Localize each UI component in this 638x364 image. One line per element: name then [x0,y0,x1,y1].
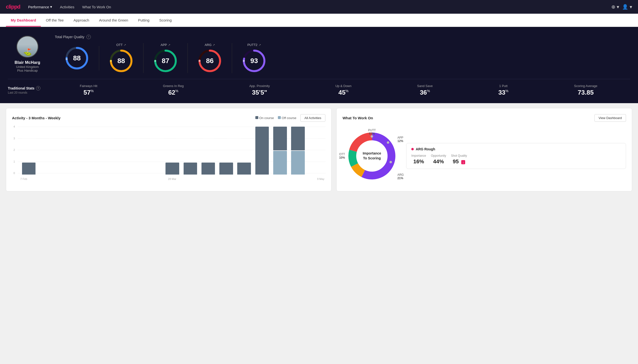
avatar [17,36,39,58]
tab-around-the-green[interactable]: Around the Green [94,14,133,27]
tab-approach[interactable]: Approach [69,14,94,27]
bar-on-course-15 [291,127,305,150]
tab-my-dashboard[interactable]: My Dashboard [6,14,41,27]
logo[interactable]: clippd [6,4,20,10]
bar-on-course-10 [201,162,215,174]
score-main-value: 88 [73,54,81,62]
bar-group-2 [56,127,73,174]
donut-center: Importance To Scoring [363,151,381,160]
hero-section: Blair McHarg United Kingdom Plus Handica… [0,27,638,103]
metric-shot-quality: Shot Quality 95 ↓ [451,154,467,165]
view-dashboard-button[interactable]: View Dashboard [594,114,626,122]
pink-dot-icon [411,148,414,150]
putt-trend-icon: ↗ [259,43,261,47]
work-on-panel: What To Work On View Dashboard [336,108,632,192]
metric-importance: Importance 16% [411,154,426,165]
donut-label-app: APP 12% [397,136,403,143]
traditional-stats: Traditional Stats ? Last 20 rounds Fairw… [8,84,630,96]
score-label-putt: PUTT2 ↗ [247,43,261,47]
gauge-app: 87 [153,49,178,73]
stat-up-down: Up & Down 45% [335,84,352,96]
bar-on-course-8 [165,162,179,174]
stat-scoring-avg: Scoring Average 73.85 [574,84,597,96]
player-handicap: Plus Handicap [17,69,38,72]
bar-group-1 [38,127,55,174]
info-card: ARG Rough Importance 16% Opportunity 44%… [406,143,626,169]
scores-section: Total Player Quality ? 88 [55,35,630,73]
bar-group-12 [236,127,253,174]
nav-what-to-work-on[interactable]: What To Work On [82,5,111,9]
nav-activities[interactable]: Activities [60,5,74,9]
add-button[interactable]: ⊕ ▾ [611,4,619,10]
bar-group-4 [92,127,109,174]
stat-sand-save: Sand Save 36% [417,84,433,96]
gauge-arg: 86 [197,49,222,73]
score-ott-value: 88 [117,57,125,65]
arg-trend-icon: ↗ [212,43,215,47]
bar-group-11 [218,127,235,174]
bar-group-6 [128,127,145,174]
svg-point-5 [110,60,112,62]
player-country: United Kingdom [16,65,39,69]
bar-group-10 [200,127,217,174]
bar-group-9 [182,127,199,174]
score-card-ott: OTT ↗ 88 [99,43,143,73]
user-menu[interactable]: 👤 ▾ [622,4,632,10]
stat-app-proximity: App. Proximity 35'5" [249,84,270,96]
gauge-ott: 88 [109,49,133,73]
tab-scoring[interactable]: Scoring [154,14,176,27]
bar-group-5 [110,127,127,174]
stat-fairways-hit: Fairways Hit 57% [80,84,97,96]
nav-performance[interactable]: Performance ▾ [28,5,52,9]
donut-chart: Importance To Scoring PUTT 57% APP 12% A… [342,127,401,185]
all-activities-button[interactable]: All Activities [300,114,326,122]
donut-label-putt: OTT 10% [339,152,345,160]
work-on-title: What To Work On [342,116,373,120]
bar-on-course-11 [219,162,233,174]
info-card-title: ARG Rough [411,147,621,151]
info-metrics: Importance 16% Opportunity 44% Shot Qual… [411,154,621,165]
bar-group-14 [272,127,288,174]
bar-on-course-9 [184,162,197,174]
stat-items: Fairways Hit 57% Greens In Reg 62% App. … [47,84,630,96]
work-on-content: Importance To Scoring PUTT 57% APP 12% A… [342,127,626,185]
donut-label-ott: PUTT 57% [368,128,375,136]
bar-group-13 [254,127,271,174]
score-putt-value: 93 [250,57,258,65]
score-arg-value: 86 [206,57,214,65]
score-card-app: APP ↗ 87 [143,43,188,73]
top-nav: clippd Performance ▾ Activities What To … [0,0,638,14]
score-card-main: 88 [55,46,99,70]
svg-point-21 [387,141,389,144]
chart-legend: On course Off course [255,116,297,120]
gauge-main: 88 [65,46,89,70]
app-trend-icon: ↗ [168,43,170,47]
bar-group-0 [20,127,37,174]
donut-label-arg: ARG 21% [397,173,404,180]
svg-point-11 [198,60,200,62]
bar-on-course-12 [237,162,251,174]
score-label-ott: OTT ↗ [116,43,126,47]
svg-point-14 [243,60,245,62]
svg-point-20 [371,135,373,138]
score-cards: 88 OTT ↗ 88 [55,43,630,73]
svg-point-8 [154,60,156,62]
trad-stats-label: Traditional Stats ? Last 20 rounds [8,86,47,94]
score-label-arg: ARG ↗ [205,43,215,47]
tab-off-the-tee[interactable]: Off the Tee [41,14,69,27]
activity-panel: Activity - 3 Months - Weekly On course O… [6,108,331,192]
score-app-value: 87 [162,57,169,65]
bar-off-course-15 [291,151,305,174]
bar-group-15 [289,127,306,174]
nav-links: Performance ▾ Activities What To Work On [28,5,111,9]
bar-group-16 [308,127,324,174]
total-quality-info-icon[interactable]: ? [86,35,91,39]
trad-stats-info-icon[interactable]: ? [36,86,40,90]
bar-group-8 [164,127,181,174]
player-name: Blair McHarg [15,60,40,65]
bar-on-course-13 [255,127,269,174]
scores-title: Total Player Quality ? [55,35,630,39]
tab-putting[interactable]: Putting [133,14,154,27]
score-card-arg: ARG ↗ 86 [188,43,232,73]
stat-1-putt: 1 Putt 33% [498,84,508,96]
